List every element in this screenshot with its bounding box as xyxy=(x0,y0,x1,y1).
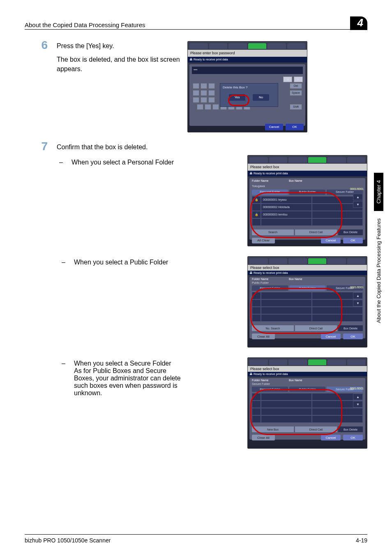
scroll-up-button[interactable]: ▲ xyxy=(353,394,363,400)
box-delete-button[interactable]: Box Delete xyxy=(338,325,363,331)
scroll-down-button[interactable]: ▼ xyxy=(353,300,363,306)
page-indicator: 0001/0001 xyxy=(350,187,364,191)
scroll-down-button[interactable]: ▼ xyxy=(353,401,363,408)
s7-msgbar: Please select box xyxy=(248,366,367,372)
password-input-field[interactable] xyxy=(192,67,303,74)
ok-button[interactable]: OK xyxy=(286,124,304,130)
no-button[interactable]: No xyxy=(253,94,269,101)
shift-key[interactable]: Shift xyxy=(290,104,302,110)
scroll-up-button[interactable]: ▲ xyxy=(353,292,363,299)
step-number-6: 6 xyxy=(25,39,48,132)
printer-icon: 🖶 xyxy=(249,271,252,274)
box-delete-button[interactable]: Box Delete xyxy=(338,426,363,432)
side-tab-title: About the Copied Data Processing Feature… xyxy=(376,211,382,330)
confirm-delete-dialog: Delete this Box ? Yes No xyxy=(220,83,278,107)
folder-label: Public Folder xyxy=(249,281,365,284)
scroll-up-button[interactable]: ▲ xyxy=(353,194,363,200)
screenshot-public-folder: Please select box 🖶Ready to receive prin… xyxy=(247,256,367,348)
cancel-button[interactable]: Cancel xyxy=(321,435,341,440)
highlight-ring xyxy=(250,288,342,334)
yes-button[interactable]: Yes xyxy=(229,94,245,101)
box-delete-button[interactable]: Box Delete xyxy=(338,229,363,235)
footer-right: 4-19 xyxy=(356,537,367,544)
footer-left: bizhub PRO 1050/1050e Scanner xyxy=(25,537,111,544)
cancel-button[interactable]: Cancel xyxy=(321,334,341,339)
highlight-ring xyxy=(250,192,342,238)
folder-label: Secure Folder xyxy=(249,382,365,385)
printer-icon: 🖶 xyxy=(189,58,192,62)
step6-line1: Press the [Yes] key. xyxy=(57,41,180,51)
step-number-7: 7 xyxy=(25,141,48,246)
clear-all-button[interactable]: All Clear xyxy=(252,238,275,243)
step7-bullet-personal: When you select a Personal Folder xyxy=(71,158,178,167)
step6-line2: The box is deleted, and the box list scr… xyxy=(57,55,180,74)
page-header-title: About the Copied Data Processing Feature… xyxy=(25,21,145,28)
step7-bullet-secure: When you select a Secure Folder As for P… xyxy=(74,360,181,397)
printer-icon: 🖶 xyxy=(249,171,252,176)
cancel-button[interactable]: Cancel xyxy=(321,238,341,243)
cancel-button[interactable]: Cancel xyxy=(265,124,283,130)
s7-msgbar: Please select box xyxy=(248,265,367,271)
clear-all-button[interactable]: Clear All xyxy=(252,435,275,440)
highlight-ring xyxy=(250,389,342,435)
ok-button[interactable]: OK xyxy=(343,334,363,339)
screenshot-secure-folder: Please select box 🖶Ready to receive prin… xyxy=(247,357,367,449)
caret-right-button[interactable]: ► xyxy=(294,76,303,82)
space-key[interactable]: Space xyxy=(290,90,302,96)
ok-button[interactable]: OK xyxy=(343,435,363,440)
scroll-down-button[interactable]: ▼ xyxy=(353,201,363,208)
s6-msgbar: Please enter box password xyxy=(188,50,307,57)
clear-all-button[interactable]: Clear All xyxy=(252,334,275,339)
page-indicator: 0001/0001 xyxy=(350,286,364,289)
page-indicator: 0001/0001 xyxy=(350,387,364,390)
printer-icon: 🖶 xyxy=(249,373,252,375)
chapter-badge: 4 xyxy=(350,16,367,30)
side-tab-chapter: Chapter 4 xyxy=(374,173,383,211)
del-key[interactable]: Del xyxy=(290,83,302,89)
step7-line1: Confirm that the box is deleted. xyxy=(57,142,367,152)
step7-bullet-public: When you select a Public Folder xyxy=(74,259,181,266)
s7-msgbar: Please select box xyxy=(248,164,367,171)
ok-button[interactable]: OK xyxy=(343,238,363,243)
screenshot-personal-folder: Please select box 🖶Ready to receive prin… xyxy=(247,155,367,246)
screenshot-step6-password-dialog: Please enter box password 🖶 Ready to rec… xyxy=(187,41,307,132)
caret-left-button[interactable]: ◄ xyxy=(283,76,292,82)
folder-label: Tokugawa xyxy=(249,184,365,188)
